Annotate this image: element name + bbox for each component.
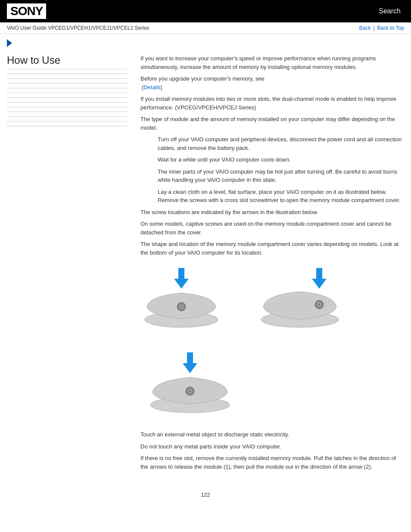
breadcrumb-bar: VAIO User Guide VPCEG1/VPCEH1/VPCEJ1/VPC… — [0, 22, 411, 34]
laptop-illustration-3 — [145, 348, 248, 424]
page-footer: 122 — [0, 483, 411, 507]
sidebar-divider — [7, 78, 128, 79]
para-8a: Touch an external metal object to discha… — [140, 430, 404, 439]
laptop-illustration-1 — [140, 264, 235, 339]
para-6: On some models, captive screws are used … — [140, 220, 404, 236]
page-header: SONY Search — [0, 0, 411, 22]
sidebar-divider — [7, 126, 128, 126]
sidebar-divider — [7, 112, 128, 112]
para-2: Before you upgrade your computer's memor… — [140, 75, 404, 91]
indent-para-2b: The inner parts of your VAIO computer ma… — [158, 168, 404, 184]
breadcrumb-separator: | — [373, 25, 374, 31]
para-4: The type of module and the amount of mem… — [140, 115, 404, 132]
para-2-prefix: Before you upgrade your computer's memor… — [140, 75, 265, 82]
indent-para-1: Turn off your VAIO computer and peripher… — [158, 135, 404, 152]
sidebar-divider — [7, 88, 128, 88]
para-7: The shape and location of the memory mod… — [140, 240, 404, 257]
indent-para-2a: Wait for a while until your VAIO compute… — [158, 156, 404, 164]
para-3: If you install memory modules into two o… — [140, 95, 404, 112]
indent-para-3: Lay a clean cloth on a level, flat surfa… — [158, 188, 404, 205]
para-1: If you want to increase your computer's … — [140, 54, 404, 71]
svg-marker-12 — [183, 352, 197, 373]
sidebar-divider — [7, 116, 128, 117]
sony-logo: SONY — [7, 3, 46, 19]
sidebar-divider — [7, 93, 128, 93]
indent-block-2: Wait for a while until your VAIO compute… — [158, 156, 404, 184]
sidebar-divider — [7, 121, 128, 121]
svg-marker-6 — [312, 268, 327, 289]
sidebar-divider — [7, 74, 128, 74]
svg-marker-0 — [174, 268, 189, 289]
laptop-illustration-2 — [252, 264, 347, 339]
back-link[interactable]: Back — [359, 25, 371, 31]
sidebar-title: How to Use — [7, 54, 128, 69]
search-button[interactable]: Search — [375, 6, 404, 17]
page-number: 122 — [201, 492, 210, 498]
main-layout: How to Use If you want to increase your … — [0, 50, 411, 474]
sidebar-divider — [7, 97, 128, 98]
chevron-area — [0, 34, 411, 50]
guide-title: VAIO User Guide VPCEG1/VPCEH1/VPCEJ1/VPC… — [7, 25, 149, 31]
sidebar-divider — [7, 83, 128, 84]
sidebar: How to Use — [7, 50, 136, 474]
illustration-area — [140, 264, 404, 423]
sidebar-divider — [7, 107, 128, 107]
chevron-right-icon — [7, 39, 12, 47]
indent-block-3: Lay a clean cloth on a level, flat surfa… — [158, 188, 404, 205]
indent-block-1: Turn off your VAIO computer and peripher… — [158, 135, 404, 152]
para-8b: Do not touch any metal parts inside your… — [140, 442, 404, 451]
breadcrumb-links: Back | Back to Top — [359, 25, 404, 31]
content-area: If you want to increase your computer's … — [136, 50, 404, 474]
details-link[interactable]: .[Details] — [140, 84, 162, 90]
sidebar-divider — [7, 102, 128, 103]
para-5: The screw locations are indicated by the… — [140, 208, 404, 217]
back-to-top-link[interactable]: Back to Top — [377, 25, 404, 31]
para-9: If there is no free slot, remove the cur… — [140, 454, 404, 471]
